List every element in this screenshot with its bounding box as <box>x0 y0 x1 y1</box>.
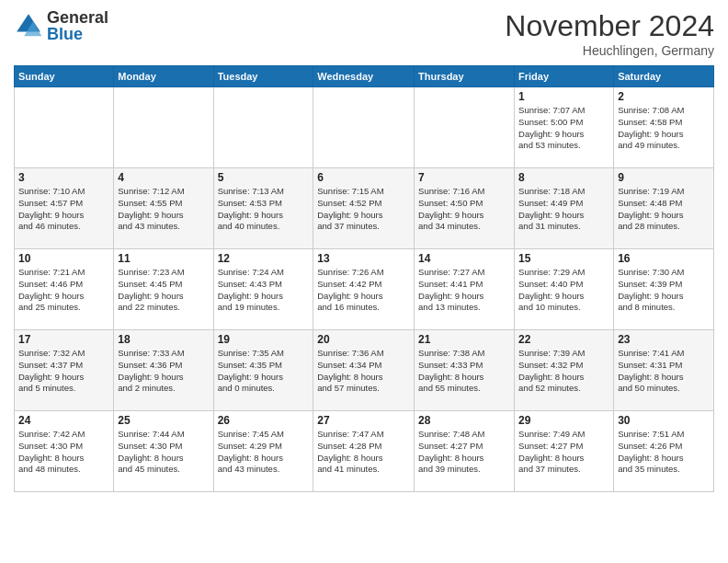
calendar-cell: 28Sunrise: 7:48 AM Sunset: 4:27 PM Dayli… <box>415 411 515 492</box>
day-info: Sunrise: 7:12 AM Sunset: 4:55 PM Dayligh… <box>118 186 209 233</box>
calendar-cell: 1Sunrise: 7:07 AM Sunset: 5:00 PM Daylig… <box>515 87 614 168</box>
calendar-cell: 27Sunrise: 7:47 AM Sunset: 4:28 PM Dayli… <box>313 411 415 492</box>
calendar-cell: 12Sunrise: 7:24 AM Sunset: 4:43 PM Dayli… <box>213 249 313 330</box>
day-number: 17 <box>18 333 109 346</box>
calendar-cell: 7Sunrise: 7:16 AM Sunset: 4:50 PM Daylig… <box>415 168 515 249</box>
day-info: Sunrise: 7:19 AM Sunset: 4:48 PM Dayligh… <box>618 186 710 233</box>
day-info: Sunrise: 7:35 AM Sunset: 4:35 PM Dayligh… <box>218 348 310 395</box>
calendar-header: SundayMondayTuesdayWednesdayThursdayFrid… <box>15 66 714 87</box>
day-info: Sunrise: 7:16 AM Sunset: 4:50 PM Dayligh… <box>418 186 510 233</box>
day-number: 20 <box>317 333 410 346</box>
day-number: 6 <box>317 171 410 184</box>
weekday-header-wednesday: Wednesday <box>313 66 415 87</box>
day-number: 26 <box>218 414 310 427</box>
day-info: Sunrise: 7:38 AM Sunset: 4:33 PM Dayligh… <box>418 348 510 395</box>
day-info: Sunrise: 7:27 AM Sunset: 4:41 PM Dayligh… <box>418 267 510 314</box>
calendar-cell: 5Sunrise: 7:13 AM Sunset: 4:53 PM Daylig… <box>213 168 313 249</box>
calendar-cell: 8Sunrise: 7:18 AM Sunset: 4:49 PM Daylig… <box>515 168 614 249</box>
calendar-cell: 2Sunrise: 7:08 AM Sunset: 4:58 PM Daylig… <box>614 87 714 168</box>
calendar-cell: 20Sunrise: 7:36 AM Sunset: 4:34 PM Dayli… <box>313 330 415 411</box>
day-number: 9 <box>618 171 710 184</box>
day-info: Sunrise: 7:47 AM Sunset: 4:28 PM Dayligh… <box>317 429 410 476</box>
weekday-header-sunday: Sunday <box>15 66 114 87</box>
day-number: 23 <box>618 333 710 346</box>
day-number: 4 <box>118 171 209 184</box>
calendar-cell: 16Sunrise: 7:30 AM Sunset: 4:39 PM Dayli… <box>614 249 714 330</box>
day-info: Sunrise: 7:39 AM Sunset: 4:32 PM Dayligh… <box>518 348 609 395</box>
calendar-cell: 29Sunrise: 7:49 AM Sunset: 4:27 PM Dayli… <box>515 411 614 492</box>
day-number: 24 <box>18 414 109 427</box>
week-row-1: 1Sunrise: 7:07 AM Sunset: 5:00 PM Daylig… <box>15 87 714 168</box>
day-number: 2 <box>618 90 710 103</box>
day-info: Sunrise: 7:45 AM Sunset: 4:29 PM Dayligh… <box>218 429 310 476</box>
calendar-cell: 6Sunrise: 7:15 AM Sunset: 4:52 PM Daylig… <box>313 168 415 249</box>
day-number: 29 <box>518 414 609 427</box>
location: Heuchlingen, Germany <box>505 43 714 58</box>
day-info: Sunrise: 7:21 AM Sunset: 4:46 PM Dayligh… <box>18 267 109 314</box>
logo: General Blue <box>14 9 108 42</box>
day-number: 25 <box>118 414 209 427</box>
header: General Blue November 2024 Heuchlingen, … <box>14 9 714 58</box>
day-number: 21 <box>418 333 510 346</box>
week-row-2: 3Sunrise: 7:10 AM Sunset: 4:57 PM Daylig… <box>15 168 714 249</box>
calendar-cell: 26Sunrise: 7:45 AM Sunset: 4:29 PM Dayli… <box>213 411 313 492</box>
day-number: 5 <box>218 171 310 184</box>
calendar-cell: 22Sunrise: 7:39 AM Sunset: 4:32 PM Dayli… <box>515 330 614 411</box>
day-number: 12 <box>218 252 310 265</box>
calendar-cell: 3Sunrise: 7:10 AM Sunset: 4:57 PM Daylig… <box>15 168 114 249</box>
day-info: Sunrise: 7:49 AM Sunset: 4:27 PM Dayligh… <box>518 429 609 476</box>
day-info: Sunrise: 7:42 AM Sunset: 4:30 PM Dayligh… <box>18 429 109 476</box>
day-number: 16 <box>618 252 710 265</box>
calendar-cell: 10Sunrise: 7:21 AM Sunset: 4:46 PM Dayli… <box>15 249 114 330</box>
week-row-5: 24Sunrise: 7:42 AM Sunset: 4:30 PM Dayli… <box>15 411 714 492</box>
calendar-cell: 17Sunrise: 7:32 AM Sunset: 4:37 PM Dayli… <box>15 330 114 411</box>
day-info: Sunrise: 7:23 AM Sunset: 4:45 PM Dayligh… <box>118 267 209 314</box>
logo-blue-text: Blue <box>47 25 83 43</box>
weekday-header-thursday: Thursday <box>415 66 515 87</box>
week-row-4: 17Sunrise: 7:32 AM Sunset: 4:37 PM Dayli… <box>15 330 714 411</box>
calendar-cell: 21Sunrise: 7:38 AM Sunset: 4:33 PM Dayli… <box>415 330 515 411</box>
day-number: 10 <box>18 252 109 265</box>
calendar-cell: 24Sunrise: 7:42 AM Sunset: 4:30 PM Dayli… <box>15 411 114 492</box>
day-number: 22 <box>518 333 609 346</box>
weekday-header-monday: Monday <box>114 66 213 87</box>
day-number: 13 <box>317 252 410 265</box>
day-info: Sunrise: 7:44 AM Sunset: 4:30 PM Dayligh… <box>118 429 209 476</box>
day-info: Sunrise: 7:30 AM Sunset: 4:39 PM Dayligh… <box>618 267 710 314</box>
day-info: Sunrise: 7:26 AM Sunset: 4:42 PM Dayligh… <box>317 267 410 314</box>
calendar-cell <box>15 87 114 168</box>
day-number: 7 <box>418 171 510 184</box>
calendar-table: SundayMondayTuesdayWednesdayThursdayFrid… <box>14 65 714 492</box>
day-info: Sunrise: 7:08 AM Sunset: 4:58 PM Dayligh… <box>618 105 710 152</box>
calendar-cell: 11Sunrise: 7:23 AM Sunset: 4:45 PM Dayli… <box>114 249 213 330</box>
logo-icon <box>14 11 43 40</box>
calendar-cell: 18Sunrise: 7:33 AM Sunset: 4:36 PM Dayli… <box>114 330 213 411</box>
calendar-cell: 15Sunrise: 7:29 AM Sunset: 4:40 PM Dayli… <box>515 249 614 330</box>
calendar-cell: 9Sunrise: 7:19 AM Sunset: 4:48 PM Daylig… <box>614 168 714 249</box>
day-info: Sunrise: 7:13 AM Sunset: 4:53 PM Dayligh… <box>218 186 310 233</box>
day-info: Sunrise: 7:15 AM Sunset: 4:52 PM Dayligh… <box>317 186 410 233</box>
day-number: 19 <box>218 333 310 346</box>
month-title: November 2024 <box>505 9 714 43</box>
calendar-cell <box>213 87 313 168</box>
title-block: November 2024 Heuchlingen, Germany <box>505 9 714 58</box>
day-info: Sunrise: 7:51 AM Sunset: 4:26 PM Dayligh… <box>618 429 710 476</box>
calendar-cell: 25Sunrise: 7:44 AM Sunset: 4:30 PM Dayli… <box>114 411 213 492</box>
day-number: 15 <box>518 252 609 265</box>
day-number: 27 <box>317 414 410 427</box>
day-info: Sunrise: 7:32 AM Sunset: 4:37 PM Dayligh… <box>18 348 109 395</box>
calendar-body: 1Sunrise: 7:07 AM Sunset: 5:00 PM Daylig… <box>15 87 714 492</box>
day-number: 18 <box>118 333 209 346</box>
day-number: 1 <box>518 90 609 103</box>
day-number: 30 <box>618 414 710 427</box>
page: General Blue November 2024 Heuchlingen, … <box>0 0 728 563</box>
calendar-cell: 30Sunrise: 7:51 AM Sunset: 4:26 PM Dayli… <box>614 411 714 492</box>
day-number: 14 <box>418 252 510 265</box>
calendar-cell: 14Sunrise: 7:27 AM Sunset: 4:41 PM Dayli… <box>415 249 515 330</box>
calendar-cell <box>313 87 415 168</box>
calendar-cell: 19Sunrise: 7:35 AM Sunset: 4:35 PM Dayli… <box>213 330 313 411</box>
day-info: Sunrise: 7:07 AM Sunset: 5:00 PM Dayligh… <box>518 105 609 152</box>
calendar-cell <box>114 87 213 168</box>
week-row-3: 10Sunrise: 7:21 AM Sunset: 4:46 PM Dayli… <box>15 249 714 330</box>
day-info: Sunrise: 7:33 AM Sunset: 4:36 PM Dayligh… <box>118 348 209 395</box>
